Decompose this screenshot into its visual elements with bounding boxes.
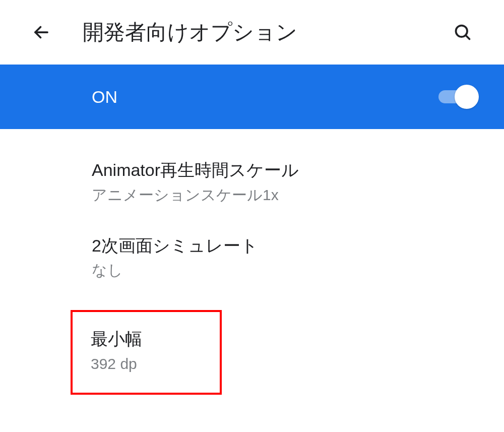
setting-title: Animator再生時間スケール <box>92 158 504 182</box>
setting-subtitle: アニメーションスケール1x <box>92 184 504 206</box>
setting-secondary-display[interactable]: 2次画面シミュレート なし <box>0 220 504 295</box>
back-icon[interactable] <box>30 21 52 43</box>
switch-thumb <box>455 85 479 109</box>
setting-subtitle: なし <box>92 260 504 281</box>
master-toggle-label: ON <box>92 87 438 107</box>
setting-animator-duration[interactable]: Animator再生時間スケール アニメーションスケール1x <box>0 144 504 220</box>
toggle-switch[interactable] <box>438 85 479 109</box>
settings-list: Animator再生時間スケール アニメーションスケール1x 2次画面シミュレー… <box>0 129 504 395</box>
setting-smallest-width[interactable]: 最小幅 392 dp <box>91 327 202 375</box>
search-icon[interactable] <box>452 21 474 43</box>
setting-title: 最小幅 <box>91 327 202 351</box>
page-title: 開発者向けオプション <box>83 18 452 46</box>
setting-title: 2次画面シミュレート <box>92 234 504 258</box>
svg-line-2 <box>466 35 470 39</box>
master-toggle[interactable]: ON <box>0 65 504 129</box>
highlight-annotation: 最小幅 392 dp <box>71 310 222 395</box>
app-header: 開発者向けオプション <box>0 0 504 65</box>
setting-subtitle: 392 dp <box>91 353 202 375</box>
